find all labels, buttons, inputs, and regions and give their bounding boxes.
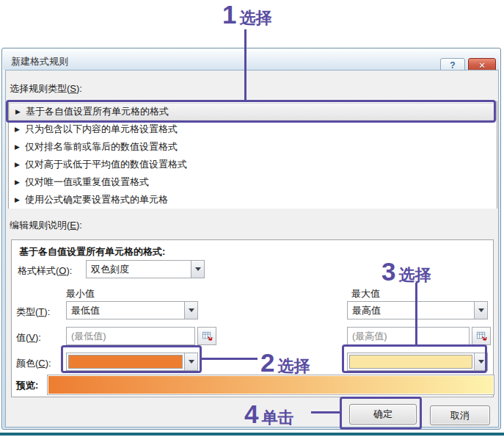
rule-type-section-label: 选择规则类型(S):	[10, 82, 82, 95]
callout-line-1	[244, 29, 246, 100]
max-type-dropdown[interactable]: 最高值	[347, 301, 488, 319]
rule-type-option[interactable]: ▶ 使用公式确定要设置格式的单元格	[9, 191, 497, 209]
rule-type-label: 只为包含以下内容的单元格设置格式	[25, 123, 178, 136]
triangle-bullet-icon: ▶	[15, 196, 20, 203]
highlight-box-step-1	[6, 100, 496, 123]
preview-label: 预览:	[16, 379, 38, 392]
triangle-bullet-icon: ▶	[15, 126, 20, 133]
screenshot-canvas: 新建格式规则 ? ✕ 选择规则类型(S): ▶ 基于各自值设置所有单元格的格式 …	[0, 0, 504, 437]
callout-step-4: 4 单击	[244, 401, 293, 427]
rule-type-option[interactable]: ▶ 仅对高于或低于平均值的数值设置格式	[9, 156, 497, 173]
format-style-dropdown[interactable]: 双色刻度	[86, 260, 205, 278]
cancel-button[interactable]: 取消	[430, 405, 490, 425]
value-row-label: 值(V):	[16, 331, 41, 344]
dialog-titlebar[interactable]: 新建格式规则 ? ✕	[3, 49, 500, 70]
type-row-label: 类型(T):	[16, 306, 50, 319]
range-selector-icon	[202, 331, 213, 342]
rule-type-option[interactable]: ▶ 只为包含以下内容的单元格设置格式	[9, 120, 497, 138]
chevron-down-icon[interactable]	[191, 261, 204, 278]
close-icon: ✕	[478, 61, 485, 71]
highlight-box-step-3	[342, 344, 487, 373]
figure-bottom-rule	[0, 433, 504, 436]
min-column-header: 最小值	[66, 287, 95, 300]
format-style-label: 格式样式(O):	[18, 264, 72, 278]
preview-frame	[47, 375, 494, 395]
rule-type-label: 仅对唯一值或重复值设置格式	[25, 176, 149, 189]
callout-line-2	[202, 358, 258, 360]
callout-line-4	[311, 411, 340, 413]
max-range-select-button[interactable]	[472, 327, 491, 345]
min-value-input[interactable]	[66, 327, 195, 345]
highlight-box-step-4	[340, 397, 422, 430]
rule-type-label: 使用公式确定要设置格式的单元格	[25, 193, 168, 206]
triangle-bullet-icon: ▶	[15, 178, 20, 186]
callout-line-3	[415, 283, 417, 345]
chevron-down-icon[interactable]	[474, 302, 487, 319]
rule-type-option[interactable]: ▶ 仅对唯一值或重复值设置格式	[9, 173, 497, 191]
triangle-bullet-icon: ▶	[15, 161, 20, 168]
max-column-header: 最大值	[351, 287, 380, 300]
rule-type-label: 仅对高于或低于平均值的数值设置格式	[25, 158, 187, 171]
range-selector-icon	[476, 331, 487, 342]
triangle-bullet-icon: ▶	[15, 143, 20, 151]
max-value-input[interactable]	[347, 327, 470, 345]
chevron-down-icon[interactable]	[184, 302, 197, 319]
callout-step-3: 3 选择	[381, 259, 431, 284]
help-icon: ?	[450, 60, 455, 71]
callout-step-2: 2 选择	[260, 350, 310, 375]
min-range-select-button[interactable]	[197, 327, 216, 345]
rule-type-label: 仅对排名靠前或靠后的数值设置格式	[25, 140, 178, 154]
dialog-title: 新建格式规则	[11, 55, 68, 68]
min-type-dropdown[interactable]: 最低值	[66, 301, 198, 319]
color-row-label: 颜色(C):	[16, 357, 51, 370]
rule-description-heading: 基于各自值设置所有单元格的格式:	[19, 245, 165, 259]
rule-type-option[interactable]: ▶ 仅对排名靠前或靠后的数值设置格式	[9, 138, 497, 156]
callout-step-1: 1 选择	[222, 1, 271, 27]
preview-gradient-bar	[48, 376, 493, 394]
highlight-box-step-2	[61, 345, 202, 373]
edit-rule-section-label: 编辑规则说明(E):	[10, 219, 82, 232]
